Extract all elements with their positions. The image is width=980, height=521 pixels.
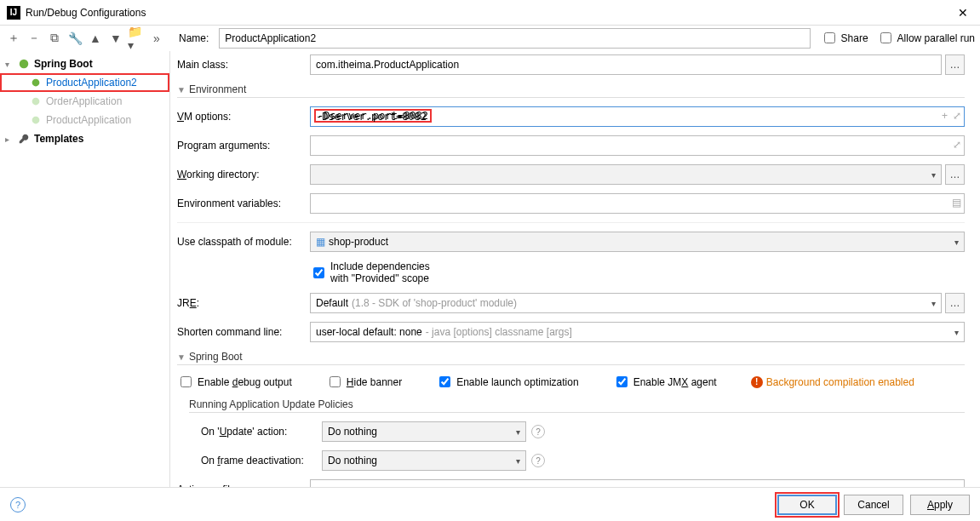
- update-action-dropdown[interactable]: Do nothing: [322, 421, 526, 442]
- spring-icon: [29, 76, 43, 89]
- jre-dropdown[interactable]: Default(1.8 - SDK of 'shop-product' modu…: [310, 293, 942, 313]
- module-icon: ▦: [316, 236, 325, 248]
- browse-button[interactable]: …: [945, 293, 965, 313]
- help-icon[interactable]: ?: [531, 454, 545, 467]
- share-checkbox[interactable]: Share: [821, 30, 868, 46]
- frame-deact-dropdown[interactable]: Do nothing: [322, 450, 526, 471]
- working-dir-input[interactable]: [310, 164, 942, 185]
- svg-point-2: [32, 98, 40, 106]
- up-icon[interactable]: ▲: [87, 30, 104, 47]
- app-logo: IJ: [7, 6, 20, 20]
- svg-point-1: [32, 79, 40, 87]
- expand-field-icon[interactable]: ⤢: [953, 139, 961, 151]
- tree-item-orderapplication[interactable]: OrderApplication: [0, 92, 169, 111]
- config-tree: ▾ Spring Boot ProductApplication2 OrderA…: [0, 51, 170, 487]
- svg-point-3: [32, 117, 40, 124]
- tree-node-templates[interactable]: ▸ Templates: [0, 129, 169, 148]
- program-args-label: Program arguments:: [177, 140, 310, 152]
- cancel-button[interactable]: Cancel: [844, 495, 903, 515]
- include-provided-checkbox[interactable]: Include dependencies with "Provided" sco…: [310, 260, 443, 284]
- ok-button[interactable]: OK: [777, 495, 837, 515]
- list-icon[interactable]: ▤: [952, 197, 961, 209]
- remove-icon[interactable]: －: [26, 30, 43, 47]
- down-icon[interactable]: ▼: [107, 30, 124, 47]
- env-vars-input[interactable]: [310, 193, 965, 214]
- help-icon[interactable]: ?: [10, 497, 26, 512]
- tree-item-productapplication[interactable]: ProductApplication: [0, 111, 169, 129]
- folder-icon[interactable]: 📁▾: [128, 30, 145, 47]
- copy-icon[interactable]: ⧉: [46, 30, 63, 47]
- apply-button[interactable]: Apply: [910, 495, 970, 515]
- active-profiles-input[interactable]: [310, 479, 965, 487]
- help-icon[interactable]: ?: [531, 425, 545, 438]
- plus-icon[interactable]: +: [942, 110, 948, 122]
- frame-deact-label: On frame deactivation:: [201, 455, 322, 467]
- svg-point-0: [20, 60, 29, 69]
- update-action-label: On 'Update' action:: [201, 426, 322, 438]
- name-label: Name:: [179, 32, 209, 44]
- main-class-label: Main class:: [177, 59, 310, 71]
- wrench-icon: [17, 132, 31, 146]
- parallel-checkbox[interactable]: Allow parallel run: [877, 30, 975, 46]
- browse-button[interactable]: …: [945, 164, 965, 185]
- active-profiles-label: Active profiles:: [177, 484, 310, 487]
- spring-icon: [17, 57, 31, 71]
- window-title: Run/Debug Configurations: [26, 7, 146, 19]
- program-args-input[interactable]: [310, 135, 965, 156]
- vm-options-input[interactable]: [310, 106, 965, 127]
- main-class-input[interactable]: [310, 54, 942, 75]
- policies-header: Running Application Update Policies: [189, 398, 965, 413]
- shorten-dropdown[interactable]: user-local default: none- java [options]…: [310, 322, 965, 342]
- classpath-dropdown[interactable]: ▦ shop-product: [310, 232, 965, 252]
- shorten-label: Shorten command line:: [177, 326, 310, 338]
- warning-icon: !: [751, 376, 763, 388]
- springboot-section[interactable]: ▼Spring Boot: [177, 351, 965, 365]
- jmx-checkbox[interactable]: Enable JMX agent: [613, 374, 717, 390]
- launch-opt-checkbox[interactable]: Enable launch optimization: [436, 374, 578, 390]
- classpath-label: Use classpath of module:: [177, 236, 310, 248]
- spring-icon: [29, 113, 43, 127]
- tree-item-productapplication2[interactable]: ProductApplication2: [0, 73, 169, 92]
- env-vars-label: Environment variables:: [177, 198, 310, 209]
- wrench-icon[interactable]: 🔧: [66, 30, 83, 47]
- working-dir-label: Working directory:: [177, 169, 310, 180]
- close-icon[interactable]: ✕: [953, 6, 973, 20]
- add-icon[interactable]: ＋: [5, 30, 22, 47]
- enable-debug-checkbox[interactable]: Enable debug output: [177, 374, 292, 390]
- spring-icon: [29, 94, 43, 108]
- vm-options-label: VM options:: [177, 111, 310, 123]
- jre-label: JRE:: [177, 297, 310, 309]
- environment-section[interactable]: ▼Environment: [177, 83, 965, 98]
- tree-node-spring-boot[interactable]: ▾ Spring Boot: [0, 54, 169, 73]
- bg-compile-warning: !Background compilation enabled: [751, 376, 914, 388]
- expand-field-icon[interactable]: ⤢: [953, 110, 961, 122]
- name-input[interactable]: [219, 28, 810, 49]
- browse-button[interactable]: …: [945, 54, 965, 75]
- expand-icon[interactable]: »: [148, 30, 165, 47]
- hide-banner-checkbox[interactable]: Hide banner: [326, 374, 402, 390]
